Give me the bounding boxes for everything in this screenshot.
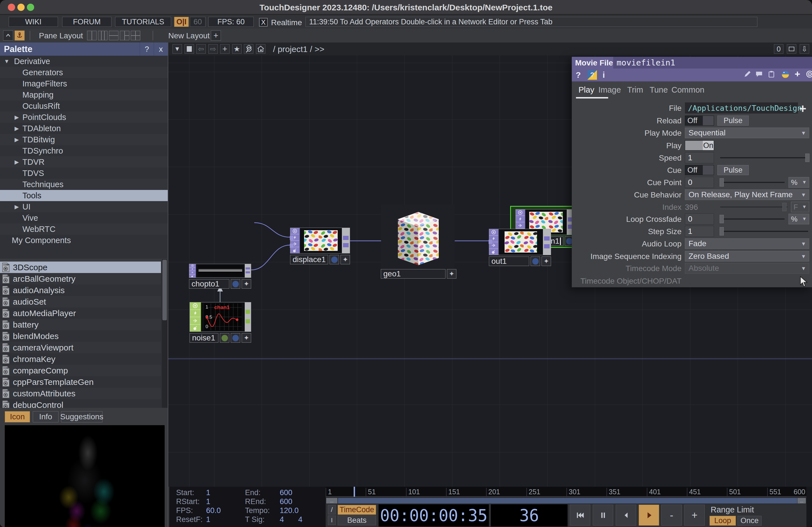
layout-preset-3[interactable] [109,31,118,40]
node-outputs[interactable] [543,229,551,255]
python-expression-icon[interactable] [781,70,789,80]
component-item[interactable]: 3DScope [0,261,161,273]
operator-name-field[interactable]: moviefilein1 [613,57,812,69]
fps-display[interactable]: FPS: 60 [208,17,254,27]
realtime-checkbox[interactable]: X [259,18,268,27]
cue-point-slider[interactable] [720,182,785,183]
maximize-pane-icon[interactable] [787,44,796,54]
help-icon[interactable]: ? [576,70,581,80]
viewer-flag-icon[interactable] [189,264,195,268]
play-button[interactable] [639,505,659,526]
bypass-flag-icon[interactable] [190,310,201,317]
edit-pencil-icon[interactable] [744,70,751,80]
component-scrollbar[interactable] [162,259,168,408]
cue-toggle[interactable]: Off [685,165,714,175]
tab-common[interactable]: Common [671,85,705,94]
speed-slider-handle[interactable] [805,154,810,162]
node-comment-icon[interactable] [340,255,350,264]
output-connector[interactable] [544,244,550,249]
layout-preset-1[interactable] [87,31,97,40]
palette-help-button[interactable]: ? [140,43,154,56]
python-help-icon[interactable]: ? [588,70,597,80]
input-connector[interactable] [290,236,293,240]
cue-point-unit-dropdown[interactable]: % [788,177,809,188]
node-name-field[interactable]: displace1 [290,255,328,264]
component-item[interactable]: battery [0,319,161,330]
add-operator-icon[interactable] [220,44,230,54]
cue-pulse-button[interactable]: Pulse [717,165,749,175]
component-item[interactable]: chromaKey [0,353,161,365]
output-connector[interactable] [246,310,250,314]
tree-item-derivative[interactable]: Derivative [0,56,168,67]
tree-item-ui[interactable]: UI [0,201,168,212]
tab-play[interactable]: Play [579,85,594,94]
target-icon[interactable] [806,70,812,80]
bookmark-star-icon[interactable]: ★ [232,44,242,54]
play-mode-dropdown[interactable]: Sequential [685,127,809,138]
input-connector[interactable] [489,240,492,244]
info-icon[interactable]: i [603,70,605,80]
tree-item-tools[interactable]: Tools [0,190,168,201]
timecode-slash-button[interactable]: / [328,505,336,514]
output-connector[interactable] [246,271,250,273]
layout-preset-5[interactable] [131,31,140,40]
skip-to-start-button[interactable] [570,505,590,526]
viewer-flag-icon[interactable] [516,210,525,216]
tree-item-tdvr[interactable]: TDVR [0,156,168,168]
cue-point-field[interactable]: 0 [685,177,714,188]
expand-arrow-icon[interactable] [15,114,23,121]
expand-arrow-icon[interactable] [15,125,23,132]
current-frame-marker[interactable] [354,487,355,497]
tree-item-pointclouds[interactable]: PointClouds [0,111,168,123]
collapse-pane-icon[interactable] [3,30,13,41]
viewer-flag-icon[interactable] [190,302,201,310]
step-back-button[interactable] [616,505,636,526]
expand-arrow-icon[interactable] [15,136,23,143]
reload-toggle[interactable]: Off [685,116,714,125]
lock-flag-icon[interactable] [189,275,195,277]
cue-point-slider-handle[interactable] [720,178,724,186]
node-geo1-viewer[interactable] [381,205,455,277]
add-parameter-icon[interactable] [795,69,800,79]
tree-item-tdbitwig[interactable]: TDBitwig [0,134,168,145]
export-flag-icon[interactable] [516,222,525,229]
output-connector[interactable] [246,319,250,323]
expand-arrow-icon[interactable] [4,58,12,65]
copy-clipboard-icon[interactable] [768,70,775,80]
loop-button[interactable]: Loop [710,516,736,526]
timecode-insert-button[interactable]: I [328,515,336,525]
node-geo1-namebar[interactable]: geo1 [381,269,456,278]
node-outputs[interactable] [245,302,251,331]
component-item[interactable]: customAttributes [0,388,161,399]
node-comment-icon[interactable] [447,269,456,278]
loop-crossfade-slider-handle[interactable] [720,215,724,223]
forward-icon[interactable]: ⇨ [208,44,218,54]
loop-crossfade-unit-dropdown[interactable]: % [788,214,809,224]
tree-item-tdableton[interactable]: TDAbleton [0,123,168,134]
tab-icon[interactable]: Icon [5,411,30,422]
node-outputs[interactable] [245,264,251,277]
output-connector[interactable] [343,243,349,247]
output-connector[interactable] [343,236,349,240]
tree-item-techniques[interactable]: Techniques [0,179,168,190]
range-right-handle[interactable]: ... [797,498,806,503]
component-item[interactable]: audioSet [0,296,161,307]
export-flag-icon[interactable] [190,317,201,325]
beats-mode-button[interactable]: Beats [338,515,376,525]
new-layout-add-button[interactable] [211,30,221,41]
range-left-handle[interactable]: ... [326,498,337,503]
tree-item-my-components[interactable]: My Components [0,235,168,246]
palette-header[interactable]: Palette ? x [0,43,168,56]
tree-item-oculusrift[interactable]: OculusRift [0,101,168,111]
lock-flag-icon[interactable] [190,325,201,332]
play-toggle[interactable]: On [685,140,714,150]
tree-item-vive[interactable]: Vive [0,212,168,224]
title-bar[interactable]: TouchDesigner 2023.12480: /Users/kristen… [0,0,812,15]
back-icon[interactable]: ⇦ [196,44,206,54]
node-noise1[interactable]: 1 0.5 0 chan1 noise1 [190,302,251,343]
node-comment-icon[interactable] [541,256,551,266]
anchor-icon[interactable] [15,30,25,41]
reload-pulse-button[interactable]: Pulse [717,116,749,125]
component-item[interactable]: cameraViewport [0,342,161,353]
node-name-field[interactable]: out1 [489,256,529,266]
